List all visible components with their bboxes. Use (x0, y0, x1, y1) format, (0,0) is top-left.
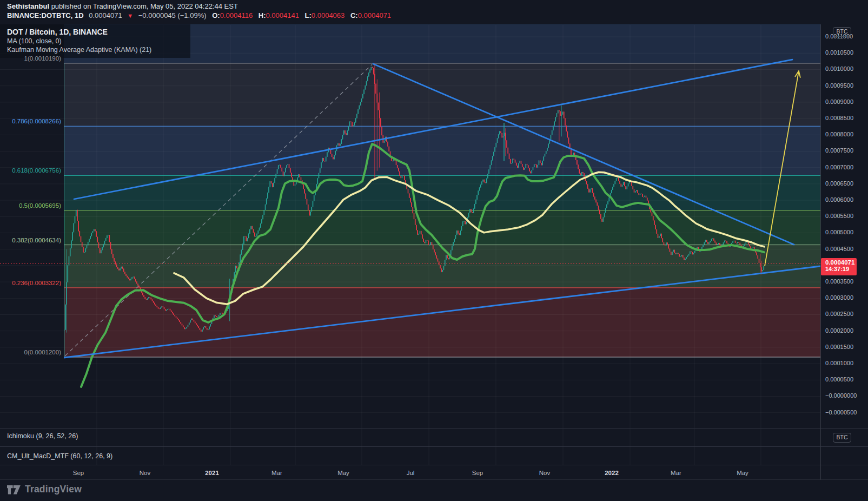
candle-body (352, 122, 353, 126)
candle-body (506, 140, 507, 147)
candle-body (759, 259, 760, 263)
candle-body (243, 236, 244, 244)
candle-body (487, 174, 488, 178)
pane-label-macd[interactable]: CM_Ult_MacD_MTF (60, 12, 26, 9) (7, 452, 112, 460)
candle-body (415, 219, 416, 225)
candle-body (422, 234, 423, 239)
candle-body (753, 247, 754, 248)
candle-body (647, 197, 648, 200)
candle-body (346, 134, 347, 135)
candle-body (465, 221, 466, 225)
candle-body (112, 254, 114, 258)
candle-body (514, 159, 515, 160)
candle-body (203, 327, 204, 329)
candle-body (410, 198, 411, 202)
candle-body (349, 122, 350, 126)
candle-body (304, 189, 305, 193)
candle-body (215, 315, 216, 316)
candle-body (558, 110, 559, 114)
candle-body (235, 266, 236, 273)
candle-body (716, 243, 717, 245)
candle-body (672, 252, 673, 255)
candle-body (312, 207, 313, 212)
candle-body (339, 143, 340, 146)
tradingview-watermark[interactable]: TradingView (7, 482, 82, 496)
candle-body (713, 239, 714, 241)
legend-ma100[interactable]: MA (100, close, 0) (7, 37, 62, 45)
legend-kama[interactable]: Kaufman Moving Average Adaptive (KAMA) (… (7, 46, 151, 54)
candle-body (622, 185, 623, 187)
candle-body (286, 165, 287, 168)
candle-body (136, 281, 137, 284)
price-tick-label: 0.0001500 (825, 344, 853, 350)
candle-body (710, 241, 711, 242)
pane-currency-badge[interactable]: BTC (833, 433, 851, 443)
candle-body (87, 245, 88, 248)
candle-body (301, 177, 302, 181)
candle-body (343, 130, 344, 135)
candle-body (577, 160, 578, 164)
price-axis[interactable]: 0.00110000.00105000.00100000.00095000.00… (825, 33, 857, 416)
candle-body (117, 267, 118, 268)
candle-body (250, 226, 251, 229)
candle-body (122, 267, 123, 269)
high-value: 0.0004141 (266, 11, 299, 19)
candle-body (546, 151, 547, 154)
tradingview-logo-text: TradingView (25, 484, 82, 495)
pane-label-ichimoku[interactable]: Ichimoku (9, 26, 52, 26) (7, 432, 78, 440)
currency-badge[interactable]: BTC (833, 27, 851, 37)
candle-body (130, 279, 131, 280)
candle-body (355, 118, 356, 122)
candle-body (308, 205, 309, 210)
candle-body (187, 327, 188, 328)
candle-body (492, 156, 493, 160)
candle-body (264, 210, 265, 215)
candle-body (222, 313, 223, 313)
symbol-name[interactable]: BINANCE:DOTBTC, 1D (7, 11, 84, 19)
time-tick-label: May (737, 470, 748, 476)
candle-body (660, 234, 661, 236)
candle-body (438, 259, 439, 262)
fib-zone (64, 126, 820, 175)
fib-zone (64, 175, 820, 210)
candle-body (642, 194, 643, 197)
price-tick-label: 0.0003500 (825, 278, 853, 285)
candle-body (562, 112, 564, 115)
candle-body (103, 244, 104, 247)
candle-body (706, 240, 707, 242)
chart-title[interactable]: DOT / Bitcoin, 1D, BINANCE (7, 28, 108, 36)
candle-body (497, 138, 498, 143)
tradingview-snapshot: 1(0.0010190)0.786(0.0008266)0.618(0.0006… (0, 0, 868, 501)
candle-body (511, 163, 512, 164)
author-link[interactable]: Sethistanbul (7, 2, 49, 10)
time-axis[interactable]: SepNov2021MarMayJulSepNov2022MarMay (73, 470, 748, 476)
candle-body (609, 197, 610, 201)
candle-body (504, 133, 505, 136)
candle-body (697, 247, 698, 249)
candle-body (588, 189, 589, 193)
candle-body (718, 243, 719, 244)
candle-body (396, 161, 397, 165)
candle-body (294, 182, 295, 186)
candle-body (746, 242, 747, 244)
candle-body (655, 225, 656, 229)
candle-body (448, 258, 449, 259)
fib-level-label: 0.382(0.0004634) (12, 237, 61, 243)
candle-body (403, 175, 404, 176)
candle-body (69, 256, 70, 266)
chart-canvas[interactable]: 1(0.0010190)0.786(0.0008266)0.618(0.0006… (0, 0, 868, 501)
candle-body (635, 191, 636, 192)
candle-body (652, 213, 653, 216)
candle-body (372, 67, 373, 68)
candle-body (433, 245, 434, 249)
candle-body (65, 305, 66, 330)
candle-body (253, 229, 254, 233)
candle-body (552, 130, 553, 135)
published-text: published on TradingView.com, May 05, 20… (49, 2, 238, 10)
candle-body (360, 102, 361, 106)
candle-body (367, 76, 368, 81)
price-tick-label: 0.0005500 (825, 213, 853, 219)
candle-body (84, 252, 85, 253)
candle-body (94, 229, 95, 232)
last-price: 0.0004071 (89, 11, 122, 19)
